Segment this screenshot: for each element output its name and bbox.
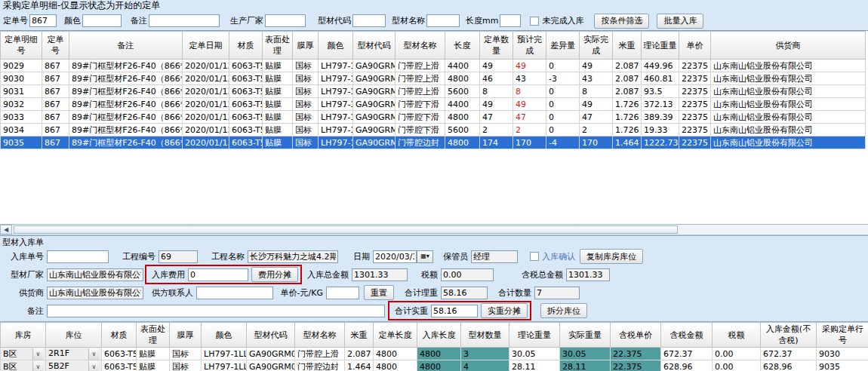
- inbound-confirm-checkbox[interactable]: [530, 252, 539, 261]
- column-header[interactable]: 型材代码: [353, 32, 396, 60]
- inbound-fee-input[interactable]: [188, 268, 248, 281]
- column-header[interactable]: 膜厚: [170, 323, 202, 348]
- supplier-contact-input[interactable]: [196, 287, 273, 299]
- column-header[interactable]: 预计完成: [513, 32, 546, 60]
- column-header[interactable]: 差异量: [546, 32, 580, 60]
- fee-allocate-button[interactable]: 费用分摊: [251, 267, 298, 282]
- table-row[interactable]: 903286789#门框型材F26-F40（866*867）2020/01/13…: [1, 98, 866, 111]
- column-header[interactable]: 含税单价: [611, 323, 661, 348]
- column-header[interactable]: 实际重量: [560, 323, 611, 348]
- column-header[interactable]: 理论重量: [509, 323, 560, 348]
- project-name-input[interactable]: [248, 250, 338, 263]
- table-row[interactable]: B区∨2R1F∨6063-T5贴膜国标LH797-1LL0GA90GRM03门带…: [1, 348, 868, 360]
- keeper-input[interactable]: [471, 250, 518, 263]
- scrollbar-thumb[interactable]: [14, 225, 678, 234]
- column-header[interactable]: 颜色: [319, 32, 353, 60]
- date-input[interactable]: [373, 250, 417, 263]
- total-qty-input[interactable]: [534, 287, 580, 299]
- column-header[interactable]: 表面处理: [137, 323, 170, 348]
- tax-total-input[interactable]: [566, 268, 610, 281]
- dropdown-arrow-icon[interactable]: ∨: [88, 361, 99, 371]
- total-theory-weight-input[interactable]: [441, 287, 488, 299]
- column-header[interactable]: 入库长度: [417, 323, 461, 348]
- table-row[interactable]: B区∨5B2F∨6063-T5贴膜国标LH797-1LL0GA90GRM05门带…: [1, 360, 868, 371]
- table-cell: 0: [546, 98, 580, 111]
- tax-input[interactable]: [441, 268, 494, 281]
- order-no-label: 定单号: [3, 15, 28, 26]
- actual-weight-allocate-button[interactable]: 实重分摊: [481, 303, 528, 318]
- color-filter-label: 颜色: [64, 15, 81, 26]
- table-cell: 22375: [679, 85, 711, 98]
- total-actual-weight-label: 合计实重: [392, 305, 428, 317]
- inbound-form-section: 型材入库单 入库单号 工程编号 工程名称 日期 ▦▾ 保管员 入库确认 复制库房…: [0, 235, 868, 371]
- inbound-total-input[interactable]: [352, 268, 408, 281]
- split-location-button[interactable]: 拆分库位: [540, 303, 587, 318]
- column-header[interactable]: 供货商: [711, 32, 866, 60]
- column-header[interactable]: 入库金额(不含税): [761, 323, 817, 348]
- table-cell: 2.087: [345, 348, 374, 360]
- calendar-dropdown-icon[interactable]: ▦▾: [417, 250, 433, 263]
- column-header[interactable]: 理论重量: [642, 32, 679, 60]
- column-header[interactable]: 库位: [46, 323, 102, 348]
- column-header[interactable]: 表面处理: [263, 32, 293, 60]
- column-header[interactable]: 定单长度: [374, 323, 417, 348]
- table-row[interactable]: 903086789#门框型材F26-F40（866*867）2020/01/13…: [1, 72, 866, 85]
- project-no-input[interactable]: [159, 250, 198, 263]
- table-row[interactable]: 903486789#门框型材F26-F40（866*867）2020/01/13…: [1, 124, 866, 136]
- column-header[interactable]: 采购定单行号: [817, 323, 868, 348]
- table-cell: 4800: [445, 136, 480, 149]
- dropdown-arrow-icon[interactable]: ∨: [32, 361, 43, 371]
- column-header[interactable]: 材质: [229, 32, 263, 60]
- column-header[interactable]: 型材名称: [396, 32, 445, 60]
- column-header[interactable]: 长度: [445, 32, 480, 60]
- scroll-left-arrow-icon[interactable]: ◀: [0, 225, 12, 235]
- column-header[interactable]: 税额: [713, 323, 761, 348]
- remark-filter-input[interactable]: [149, 14, 220, 27]
- manufacturer-filter-input[interactable]: [265, 14, 306, 27]
- unit-price-input[interactable]: [326, 287, 359, 299]
- column-header[interactable]: 型材名称: [295, 323, 345, 348]
- copy-warehouse-location-button[interactable]: 复制库房库位: [580, 249, 643, 264]
- batch-inbound-button[interactable]: 批量入库: [657, 14, 703, 29]
- length-filter-input[interactable]: [500, 14, 521, 27]
- table-cell: 389.39: [642, 111, 679, 124]
- order-no-input[interactable]: [29, 14, 57, 27]
- column-header[interactable]: 定单数量: [480, 32, 513, 60]
- color-filter-input[interactable]: [82, 14, 122, 27]
- table-cell: 867: [42, 85, 69, 98]
- column-header[interactable]: 膜厚: [293, 32, 319, 60]
- actual-weight-alert-box: 合计实重 实重分摊: [388, 301, 531, 320]
- column-header[interactable]: 备注: [69, 32, 183, 60]
- table-cell: 4800: [445, 111, 480, 124]
- column-header[interactable]: 米重: [345, 323, 374, 348]
- column-header[interactable]: 定单号: [42, 32, 69, 60]
- column-header[interactable]: 型材代码: [247, 323, 295, 348]
- column-header[interactable]: 材质: [102, 323, 137, 348]
- column-header[interactable]: 米重: [613, 32, 642, 60]
- inbound-no-input[interactable]: [47, 250, 109, 263]
- column-header[interactable]: 单价: [679, 32, 711, 60]
- filter-by-condition-button[interactable]: 按条件筛选: [594, 14, 649, 29]
- table-cell: 1.726: [613, 111, 642, 124]
- column-header[interactable]: 定单明细号: [1, 32, 42, 60]
- table-row[interactable]: 903386789#门框型材F26-F40（866*867）2020/01/13…: [1, 111, 866, 124]
- supplier-input[interactable]: [47, 287, 143, 299]
- profile-factory-input[interactable]: [47, 268, 143, 281]
- table-row[interactable]: 903586789#门框型材F26-F40（866*867）2020/01/13…: [1, 136, 866, 149]
- dropdown-arrow-icon[interactable]: ∨: [32, 348, 43, 360]
- profile-code-filter-input[interactable]: [352, 14, 386, 27]
- table-row[interactable]: 902986789#门框型材F26-F40（866*867）2020/01/13…: [1, 60, 866, 72]
- table-row[interactable]: 903186789#门框型材F26-F40（866*867）2020/01/13…: [1, 85, 866, 98]
- column-header[interactable]: 颜色: [202, 323, 247, 348]
- remark-input[interactable]: [47, 305, 385, 317]
- total-actual-weight-input[interactable]: [431, 305, 478, 317]
- unfinished-inbound-checkbox[interactable]: [530, 17, 539, 26]
- column-header[interactable]: 型材数量: [461, 323, 509, 348]
- column-header[interactable]: 库房: [1, 323, 46, 348]
- profile-name-filter-input[interactable]: [426, 14, 460, 27]
- reset-button[interactable]: 重置: [364, 285, 394, 300]
- column-header[interactable]: 定单日期: [183, 32, 229, 60]
- dropdown-arrow-icon[interactable]: ∨: [88, 348, 99, 360]
- column-header[interactable]: 实际完成: [580, 32, 613, 60]
- column-header[interactable]: 含税金额: [661, 323, 713, 348]
